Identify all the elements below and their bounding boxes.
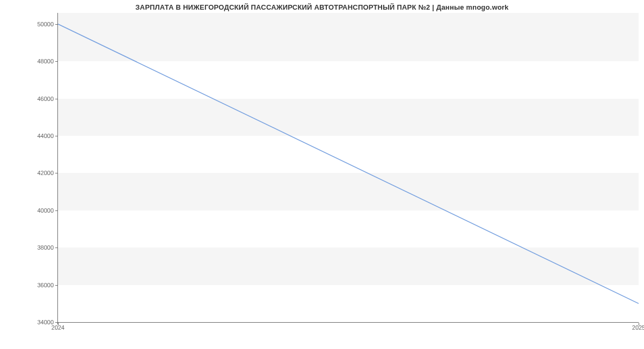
plot-area (58, 13, 639, 322)
y-tick-label: 36000 (37, 282, 54, 288)
chart-container: ЗАРПЛАТА В НИЖЕГОРОДСКИЙ ПАССАЖИРСКИЙ АВ… (0, 0, 644, 349)
y-tick-label: 42000 (37, 170, 54, 176)
y-tick-label: 38000 (37, 244, 54, 251)
y-tick-label: 44000 (37, 133, 54, 139)
y-tick-label: 40000 (37, 207, 54, 214)
y-tick-label: 50000 (37, 21, 54, 27)
y-tick-label: 48000 (37, 58, 54, 64)
x-axis (58, 322, 639, 323)
y-axis (57, 13, 58, 324)
series-line (58, 13, 639, 322)
y-tick-label: 46000 (37, 96, 54, 102)
chart-title: ЗАРПЛАТА В НИЖЕГОРОДСКИЙ ПАССАЖИРСКИЙ АВ… (0, 3, 644, 11)
x-tick-label: 2025 (632, 324, 644, 331)
